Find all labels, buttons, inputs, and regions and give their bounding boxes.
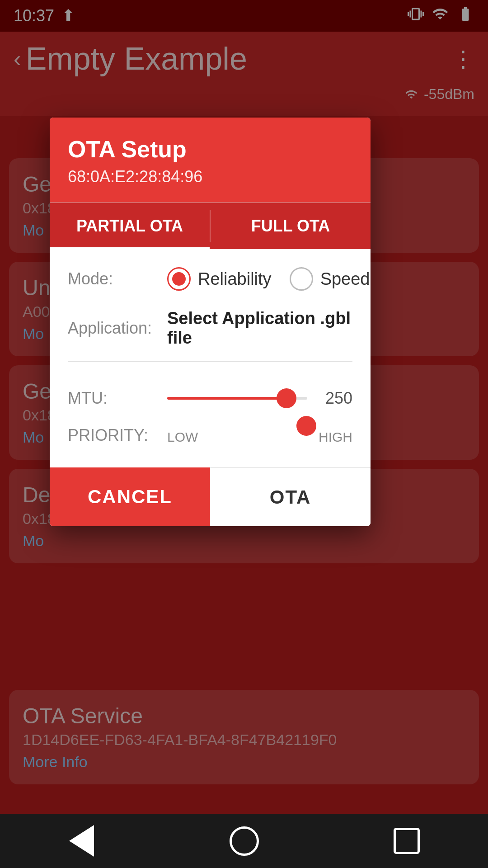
nav-recents-button[interactable] xyxy=(389,823,425,859)
nav-home-button[interactable] xyxy=(226,823,262,859)
dialog-header: OTA Setup 68:0A:E2:28:84:96 xyxy=(50,118,371,202)
sliders-section: MTU: 250 PRIORITY: xyxy=(68,375,352,445)
select-application-button[interactable]: Select Application .gbl file xyxy=(167,309,352,348)
speed-radio[interactable] xyxy=(290,267,313,291)
mtu-slider-fill xyxy=(167,397,286,400)
mtu-row: MTU: 250 xyxy=(68,389,352,408)
mtu-slider-thumb[interactable] xyxy=(277,388,296,408)
priority-row: PRIORITY: LOW HIGH xyxy=(68,426,352,445)
application-label: Application: xyxy=(68,319,167,338)
mode-label: Mode: xyxy=(68,269,167,288)
application-row: Application: Select Application .gbl fil… xyxy=(68,309,352,362)
back-icon xyxy=(69,825,94,857)
priority-high-label: HIGH xyxy=(319,429,352,445)
cancel-button[interactable]: CANCEL xyxy=(50,467,210,526)
dialog-subtitle: 68:0A:E2:28:84:96 xyxy=(68,167,352,186)
mtu-label: MTU: xyxy=(68,389,167,408)
mode-radio-group: Reliability Speed xyxy=(167,267,370,291)
home-icon xyxy=(230,826,259,856)
mode-row: Mode: Reliability Speed xyxy=(68,267,352,291)
mtu-value: 250 xyxy=(316,389,352,408)
dialog-title: OTA Setup xyxy=(68,136,352,163)
recents-icon xyxy=(394,828,420,854)
mode-speed-option[interactable]: Speed xyxy=(290,267,370,291)
priority-label: PRIORITY: xyxy=(68,426,167,445)
nav-back-button[interactable] xyxy=(63,823,99,859)
dialog-body: Mode: Reliability Speed Application: Sel… xyxy=(50,249,371,467)
dialog-tabs: PARTIAL OTA FULL OTA xyxy=(50,202,371,249)
reliability-label: Reliability xyxy=(198,269,272,289)
bottom-navigation xyxy=(0,814,488,868)
reliability-radio[interactable] xyxy=(167,267,191,291)
dialog-buttons: CANCEL OTA xyxy=(50,467,371,526)
speed-label: Speed xyxy=(320,269,370,289)
tab-full-ota[interactable]: FULL OTA xyxy=(211,203,371,249)
mtu-slider-track[interactable] xyxy=(167,397,307,400)
priority-slider-wrapper: LOW HIGH xyxy=(167,426,352,445)
priority-range-labels: LOW HIGH xyxy=(167,429,352,445)
mtu-slider-container: 250 xyxy=(167,389,352,408)
priority-low-label: LOW xyxy=(167,429,198,445)
tab-partial-ota[interactable]: PARTIAL OTA xyxy=(50,203,210,249)
mode-reliability-option[interactable]: Reliability xyxy=(167,267,272,291)
priority-slider-thumb[interactable] xyxy=(296,416,316,436)
ota-setup-dialog: OTA Setup 68:0A:E2:28:84:96 PARTIAL OTA … xyxy=(50,118,371,526)
ota-button[interactable]: OTA xyxy=(210,467,371,526)
